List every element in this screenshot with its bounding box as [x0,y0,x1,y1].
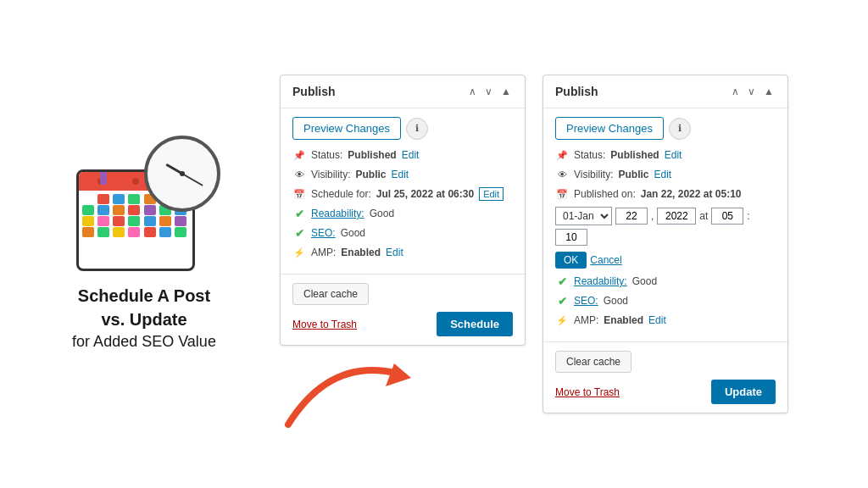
status-edit-right[interactable]: Edit [665,149,682,161]
readability-value-left: Good [370,208,394,219]
panel-expand-btn-left[interactable]: ∨ [483,84,494,99]
left-section: Schedule A Post vs. Update for Added SEO… [25,136,263,352]
published-value-right: Jan 22, 2022 at 05:10 [641,188,742,200]
seo-icon-left: ✔ [292,226,306,240]
panels-section: Publish ∧ ∨ ▲ Preview Changes ℹ 📌 Status… [280,75,843,413]
panel-up-btn-left[interactable]: ▲ [499,84,513,99]
cal-cell [97,216,109,226]
info-icon-left[interactable]: ℹ [406,118,428,140]
readability-value-right: Good [632,275,657,287]
readability-row-left: ✔ Readability: Good [292,207,513,220]
move-to-trash-btn-right[interactable]: Move to Trash [555,386,620,398]
schedule-edit-left[interactable]: Edit [479,187,504,201]
seo-row-right: ✔ SEO: Good [555,294,776,308]
cal-cell [82,216,94,226]
cal-cell [128,216,140,226]
clock-illustration [144,136,220,212]
calendar-ring-left [100,169,107,185]
headline-line-2: vs. Update [72,308,216,331]
cancel-btn[interactable]: Cancel [590,254,621,266]
readability-label-left[interactable]: Readability: [311,208,364,219]
headline-line-1: Schedule A Post [72,284,216,308]
panel-expand-btn-right[interactable]: ∨ [746,84,757,99]
cal-cell [113,216,125,226]
published-label-right: Published on: [574,188,636,200]
panel-collapse-btn-left[interactable]: ∧ [467,84,478,99]
move-to-trash-btn-left[interactable]: Move to Trash [292,319,357,330]
visibility-value-right: Public [618,169,648,180]
amp-edit-right[interactable]: Edit [648,314,666,326]
eye-icon-right: 👁 [555,168,569,181]
readability-icon-left: ✔ [292,207,306,220]
amp-edit-left[interactable]: Edit [386,247,403,258]
update-btn-right[interactable]: Update [711,380,776,404]
min-input[interactable] [555,229,587,246]
cal-cell [113,205,125,215]
publish-panel-schedule: Publish ∧ ∨ ▲ Preview Changes ℹ 📌 Status… [280,75,526,346]
amp-label-left: AMP: [311,247,336,258]
panel-up-btn-right[interactable]: ▲ [762,84,776,99]
calendar-icon-left: 📅 [292,187,306,201]
amp-icon-left: ⚡ [292,246,306,259]
preview-changes-btn-left[interactable]: Preview Changes [292,117,401,140]
readability-row-right: ✔ Readability: Good [555,274,776,288]
cal-cell [128,227,140,237]
cal-cell [144,205,156,215]
clear-cache-btn-right[interactable]: Clear cache [555,351,632,373]
visibility-label-right: Visibility: [574,169,613,180]
footer-actions-left: Move to Trash Schedule [292,312,513,336]
status-row-left: 📌 Status: Published Edit [292,148,513,162]
seo-value-right: Good [604,295,628,307]
amp-icon-right: ⚡ [555,313,569,327]
amp-row-left: ⚡ AMP: Enabled Edit [292,246,513,259]
year-sep: , [651,210,654,222]
ok-cancel-row: OK Cancel [555,252,776,269]
panel-footer-left: Clear cache Move to Trash Schedule [281,274,525,345]
illustration [59,136,229,271]
status-edit-left[interactable]: Edit [402,149,420,161]
clear-cache-btn-left[interactable]: Clear cache [292,283,369,305]
day-input[interactable] [615,208,648,225]
schedule-label-left: Schedule for: [311,188,371,200]
seo-label-right[interactable]: SEO: [574,295,598,307]
status-row-right: 📌 Status: Published Edit [555,148,776,162]
cal-cell [97,194,109,204]
seo-value-left: Good [341,227,365,239]
info-icon-right[interactable]: ℹ [669,118,691,140]
main-container: Schedule A Post vs. Update for Added SEO… [0,0,868,488]
cal-cell [113,227,125,237]
panel-collapse-btn-right[interactable]: ∧ [730,84,741,99]
preview-changes-btn-right[interactable]: Preview Changes [555,117,664,140]
article-headline: Schedule A Post vs. Update for Added SEO… [72,284,216,352]
amp-label-right: AMP: [574,314,598,326]
datepicker-row: 01-Jan , at : [555,207,776,246]
status-label-left: Status: [311,149,342,161]
visibility-edit-right[interactable]: Edit [654,169,671,180]
year-input[interactable] [657,208,696,225]
cal-cell [175,216,186,226]
pin-icon-right: 📌 [555,148,569,162]
schedule-btn-left[interactable]: Schedule [437,312,513,336]
preview-btn-row-right: Preview Changes ℹ [555,117,776,140]
schedule-row-left: 📅 Schedule for: Jul 25, 2022 at 06:30 Ed… [292,187,513,201]
ok-btn[interactable]: OK [555,252,587,269]
at-label: at [699,210,708,222]
readability-label-right[interactable]: Readability: [574,275,627,287]
visibility-edit-left[interactable]: Edit [391,169,409,180]
clock-inner [153,144,212,203]
visibility-row-left: 👁 Visibility: Public Edit [292,168,513,181]
calendar-icon-right: 📅 [555,187,569,201]
schedule-value-left: Jul 25, 2022 at 06:30 [376,188,474,200]
panel-body-right: Preview Changes ℹ 📌 Status: Published Ed… [543,108,787,341]
month-select[interactable]: 01-Jan [555,207,612,225]
visibility-value-left: Public [355,169,386,180]
amp-value-right: Enabled [604,314,643,326]
preview-btn-row-left: Preview Changes ℹ [292,117,513,140]
eye-icon-left: 👁 [292,168,306,181]
cal-cell [113,194,125,204]
panel-footer-right: Clear cache Move to Trash Update [543,341,787,413]
panel-body-left: Preview Changes ℹ 📌 Status: Published Ed… [281,108,525,274]
panel-header-left: Publish ∧ ∨ ▲ [281,75,525,108]
hour-input[interactable] [711,208,743,225]
seo-label-left[interactable]: SEO: [311,227,336,239]
